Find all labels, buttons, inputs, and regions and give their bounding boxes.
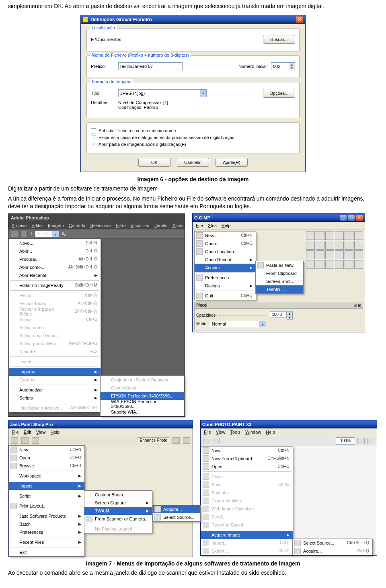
ok-button[interactable]: OK <box>138 158 170 167</box>
menu-item[interactable]: Jasc Software Products▶ <box>9 512 84 520</box>
gimp-opacity-slider[interactable] <box>219 315 267 316</box>
menu-item[interactable]: Print Layout... <box>9 502 84 510</box>
gimp-tool-icon[interactable] <box>335 250 344 259</box>
menu-item[interactable]: Preferences <box>195 274 256 282</box>
menu-item[interactable]: From Clipboard <box>256 269 303 277</box>
prefix-input[interactable] <box>118 62 183 70</box>
psp-tool-icon[interactable] <box>183 437 190 444</box>
gimp-tool-icon[interactable] <box>306 231 315 240</box>
menu-item[interactable]: Open...Ctrl+O <box>195 240 256 248</box>
menu-item[interactable]: Exit <box>9 548 84 556</box>
gimp-tool-icon[interactable] <box>306 241 315 250</box>
menubar-item[interactable]: Tools <box>230 430 240 434</box>
help-button[interactable]: Ajuda(H) <box>216 158 248 167</box>
menu-item[interactable]: Open Location... <box>195 248 256 256</box>
menu-item[interactable]: Script▶ <box>9 492 84 500</box>
options-button[interactable]: Opções... <box>263 89 295 98</box>
menu-item[interactable]: New...Ctrl+N <box>195 232 256 240</box>
close-icon[interactable]: × <box>296 16 304 23</box>
gimp-opacity-input[interactable] <box>270 311 287 318</box>
menu-item[interactable]: Abrir como...Alt+Shift+Ctrl+O <box>9 263 101 271</box>
menu-item[interactable]: Custom Brush... <box>84 491 152 499</box>
menu-item[interactable]: Novo...Ctrl+N <box>9 239 101 247</box>
menubar-item[interactable]: Window <box>245 430 261 434</box>
maximize-icon[interactable]: □ <box>348 215 355 221</box>
menubar-item[interactable]: Imagem <box>48 223 64 228</box>
gimp-tool-icon[interactable] <box>345 231 353 240</box>
gimp-tool-icon[interactable] <box>345 260 353 269</box>
close-icon[interactable]: × <box>356 215 363 221</box>
menubar-item[interactable]: View <box>36 430 46 434</box>
checkbox-showdlg[interactable]: ✓ <box>91 135 96 140</box>
checkbox-openfolder[interactable]: ✓ <box>91 142 96 147</box>
menu-item[interactable]: Abrir...Ctrl+O <box>9 247 101 255</box>
menu-item[interactable]: Scripts▶ <box>9 394 101 402</box>
chevron-down-icon[interactable]: ▾ <box>200 90 206 97</box>
menu-item[interactable]: Select Source...Ctrl+Shift+Q <box>293 539 372 547</box>
menubar-item[interactable]: Janela <box>154 223 167 228</box>
menubar-item[interactable]: Ajuda <box>172 223 184 228</box>
panel-controls-icon[interactable]: ⊟ ⊠ <box>353 303 361 307</box>
menu-item[interactable]: Screen Capture▶ <box>84 499 152 507</box>
gimp-tool-icon[interactable] <box>345 250 353 259</box>
menu-item[interactable]: Recent Files▶ <box>9 538 84 546</box>
psp-enhance-button[interactable]: Enhance Photo <box>138 437 169 443</box>
menu-item[interactable]: WIA-EPSON Perfection 3490/3590... <box>101 400 184 408</box>
gimp-tool-icon[interactable] <box>316 250 324 259</box>
menu-item[interactable]: Batch▶ <box>9 520 84 528</box>
browse-button[interactable]: Buscar... <box>263 35 295 44</box>
menubar-item[interactable]: File <box>12 430 19 434</box>
menu-item[interactable]: Editar no ImageReadyShift+Ctrl+M <box>9 281 101 289</box>
menu-item[interactable]: Screen Shot... <box>256 277 303 285</box>
menu-item[interactable]: Abrir Recente▶ <box>9 271 101 279</box>
type-combo[interactable]: JPEG (*.jpg) ▾ <box>118 89 207 97</box>
menu-item[interactable]: New...Ctrl+N <box>201 447 293 455</box>
corel-tool-icon[interactable] <box>367 438 374 444</box>
corel-tool-icon[interactable] <box>203 438 210 444</box>
menubar-item[interactable]: Xtns <box>208 223 217 228</box>
gimp-tool-icon[interactable] <box>325 260 334 269</box>
gimp-tool-icon[interactable] <box>325 250 334 259</box>
menubar-item[interactable]: Edit <box>24 430 31 434</box>
gimp-tool-icon[interactable] <box>335 241 344 250</box>
menu-item[interactable]: TWAIN▶ <box>84 507 152 515</box>
cancel-button[interactable]: Cancelar <box>177 158 209 167</box>
gimp-tool-icon[interactable] <box>325 231 334 240</box>
menu-item[interactable]: Import▶ <box>9 482 84 490</box>
menubar-item[interactable]: Help <box>266 430 275 434</box>
corel-tool-icon[interactable] <box>357 438 365 444</box>
menu-item[interactable]: Open...Ctrl+O <box>201 463 293 471</box>
menu-item[interactable]: Select Source... <box>153 513 200 521</box>
ps-tool-icon[interactable] <box>21 231 28 237</box>
gimp-tool-icon[interactable] <box>316 241 324 250</box>
gimp-tool-icon[interactable] <box>354 231 363 240</box>
spin-up-icon[interactable]: ▲ <box>287 312 292 316</box>
menubar-item[interactable]: Filtro <box>116 223 125 228</box>
corel-tool-icon[interactable] <box>213 438 220 444</box>
menu-item[interactable]: Browse...Ctrl+B <box>9 462 84 470</box>
menu-item[interactable]: Open...Ctrl+O <box>9 454 84 462</box>
menu-item[interactable]: Acquire... <box>153 505 200 513</box>
gimp-tool-icon[interactable] <box>354 250 363 259</box>
menubar-item[interactable]: Help <box>222 223 231 228</box>
menu-item[interactable]: Paste as New <box>256 261 303 269</box>
menu-item[interactable]: Procurar...Alt+Ctrl+O <box>9 255 101 263</box>
start-num-spinner[interactable]: ▲▼ <box>271 62 295 70</box>
minimize-icon[interactable]: _ <box>340 215 347 221</box>
menu-item[interactable]: Acquire Image▶ <box>201 531 293 539</box>
ps-fontsize[interactable]: 200 pt <box>35 232 52 236</box>
menu-item[interactable]: QuitCtrl+Q <box>195 292 256 300</box>
gimp-tool-icon[interactable] <box>306 250 315 259</box>
menu-item[interactable]: EPSON Perfection 3490/3590... <box>101 392 184 400</box>
gimp-tool-icon[interactable] <box>316 260 324 269</box>
menubar-item[interactable]: Camada <box>69 223 86 228</box>
menu-item[interactable]: TWAIN... <box>256 285 303 293</box>
menubar-item[interactable]: File <box>204 430 211 434</box>
ps-tool-icon[interactable] <box>11 231 18 237</box>
gimp-tool-icon[interactable] <box>354 241 363 250</box>
spin-down-icon[interactable]: ▼ <box>287 316 292 319</box>
menu-item[interactable]: Suporte WIA... <box>101 408 184 416</box>
menu-item[interactable]: Automatizar▶ <box>9 386 101 394</box>
psp-tool-icon[interactable] <box>21 437 29 444</box>
corel-zoom[interactable]: 100% <box>336 437 355 445</box>
